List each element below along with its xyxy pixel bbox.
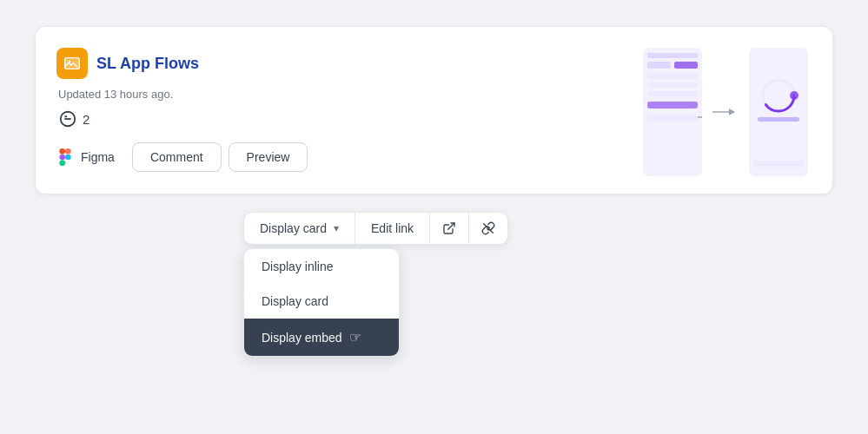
svg-rect-12 [647,62,671,69]
dropdown-inline-label: Display inline [262,260,333,273]
content-card: SL App Flows Updated 13 hours ago. 2 [35,26,833,194]
svg-rect-28 [753,161,804,168]
image-icon [63,54,82,73]
svg-line-30 [484,224,494,233]
svg-line-29 [448,223,454,229]
svg-rect-13 [674,62,698,69]
dropdown-card-label: Display card [262,294,328,308]
svg-rect-7 [59,155,65,161]
svg-rect-11 [647,53,698,58]
figma-icon [56,148,74,166]
dropdown-item-inline[interactable]: Display inline [244,249,399,284]
display-dropdown-trigger[interactable]: Display card ▾ [244,213,355,244]
preview-arrow [712,103,739,121]
svg-rect-5 [59,148,65,155]
figma-label: Figma [56,148,115,166]
card-comments: 2 [58,109,308,128]
comment-icon [58,109,77,128]
page-wrapper: SL App Flows Updated 13 hours ago. 2 [35,26,833,245]
toolbar-wrapper: Display card ▾ Edit link [243,212,508,245]
toolbar-row: Display card ▾ Edit link [243,212,833,245]
comment-count: 2 [83,112,89,127]
svg-rect-20 [647,115,698,121]
dropdown-label: Display card [260,221,327,235]
preview-button[interactable]: Preview [229,142,308,172]
card-preview [643,48,812,176]
svg-point-9 [65,155,71,161]
svg-rect-14 [647,74,698,79]
card-title-row: SL App Flows [56,48,308,79]
svg-rect-16 [647,91,698,96]
source-label: Figma [81,150,115,164]
svg-rect-8 [59,160,65,166]
preview-frame-1 [643,48,702,176]
svg-point-26 [790,91,798,100]
preview-svg-2 [749,48,808,176]
comment-button[interactable]: Comment [132,142,222,172]
edit-link-label: Edit link [371,221,414,235]
card-source-row: Figma Comment Preview [56,142,308,172]
dropdown-menu: Display inline Display card Display embe… [243,248,400,357]
card-left: SL App Flows Updated 13 hours ago. 2 [56,48,308,172]
external-link-icon [442,221,456,235]
svg-marker-22 [729,108,735,115]
card-updated: Updated 13 hours ago. [58,88,308,101]
cursor-icon: ☞ [349,330,361,345]
svg-rect-6 [65,148,71,155]
svg-rect-15 [647,82,698,88]
unlink-button[interactable] [469,213,507,244]
preview-frame-2 [749,48,808,176]
edit-link-button[interactable]: Edit link [355,213,430,244]
unlink-icon [481,221,495,235]
toolbar: Display card ▾ Edit link [243,212,508,245]
preview-svg-1 [643,48,702,176]
dropdown-item-embed[interactable]: Display embed ☞ [244,319,399,356]
svg-rect-17 [647,102,698,108]
external-link-button[interactable] [430,213,469,244]
chevron-down-icon: ▾ [334,222,339,234]
app-icon [56,48,88,79]
card-buttons: Comment Preview [132,142,308,172]
dropdown-item-card[interactable]: Display card [244,284,399,319]
card-title: SL App Flows [96,55,199,73]
dropdown-embed-label: Display embed [262,331,342,345]
svg-rect-27 [758,117,799,122]
